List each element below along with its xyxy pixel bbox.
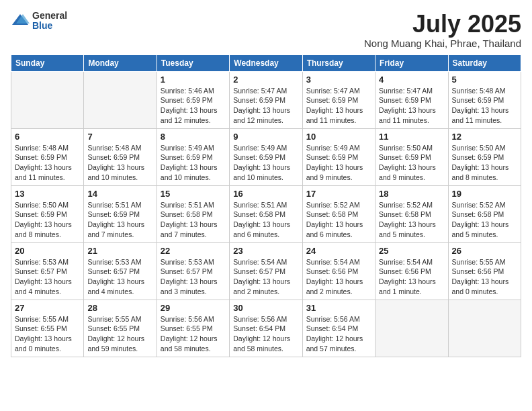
day-number: 20 xyxy=(15,246,80,256)
day-number: 11 xyxy=(379,132,444,142)
calendar-cell: 25Sunrise: 5:54 AM Sunset: 6:56 PM Dayli… xyxy=(375,242,448,300)
calendar-cell: 5Sunrise: 5:48 AM Sunset: 6:59 PM Daylig… xyxy=(448,71,521,128)
day-info: Sunrise: 5:48 AM Sunset: 6:59 PM Dayligh… xyxy=(15,143,80,183)
day-info: Sunrise: 5:55 AM Sunset: 6:55 PM Dayligh… xyxy=(87,314,152,354)
column-header-monday: Monday xyxy=(84,54,157,71)
calendar-cell: 10Sunrise: 5:49 AM Sunset: 6:59 PM Dayli… xyxy=(302,128,375,185)
page-header: General Blue July 2025 Nong Muang Khai, … xyxy=(11,11,521,49)
day-number: 5 xyxy=(452,75,517,85)
day-info: Sunrise: 5:50 AM Sunset: 6:59 PM Dayligh… xyxy=(15,200,80,240)
logo-icon xyxy=(11,11,30,30)
calendar-cell: 17Sunrise: 5:52 AM Sunset: 6:58 PM Dayli… xyxy=(302,185,375,242)
day-number: 28 xyxy=(87,303,152,313)
day-number: 27 xyxy=(15,303,80,313)
day-number: 31 xyxy=(306,303,371,313)
logo: General Blue xyxy=(11,11,67,32)
logo-blue: Blue xyxy=(32,21,67,31)
day-number: 3 xyxy=(306,75,371,85)
day-info: Sunrise: 5:55 AM Sunset: 6:56 PM Dayligh… xyxy=(452,257,517,297)
day-info: Sunrise: 5:48 AM Sunset: 6:59 PM Dayligh… xyxy=(87,143,152,183)
column-header-thursday: Thursday xyxy=(302,54,375,71)
day-number: 13 xyxy=(15,189,80,199)
location: Nong Muang Khai, Phrae, Thailand xyxy=(364,38,521,49)
column-header-sunday: Sunday xyxy=(11,54,84,71)
day-info: Sunrise: 5:49 AM Sunset: 6:59 PM Dayligh… xyxy=(161,143,226,183)
day-number: 10 xyxy=(306,132,371,142)
day-number: 18 xyxy=(379,189,444,199)
calendar-cell: 28Sunrise: 5:55 AM Sunset: 6:55 PM Dayli… xyxy=(84,300,157,357)
day-number: 12 xyxy=(452,132,517,142)
day-info: Sunrise: 5:51 AM Sunset: 6:58 PM Dayligh… xyxy=(233,200,298,240)
day-info: Sunrise: 5:51 AM Sunset: 6:58 PM Dayligh… xyxy=(161,200,226,240)
calendar-cell: 6Sunrise: 5:48 AM Sunset: 6:59 PM Daylig… xyxy=(11,128,84,185)
calendar-cell: 8Sunrise: 5:49 AM Sunset: 6:59 PM Daylig… xyxy=(157,128,229,185)
day-number: 2 xyxy=(233,75,298,85)
day-info: Sunrise: 5:50 AM Sunset: 6:59 PM Dayligh… xyxy=(379,143,444,183)
day-number: 24 xyxy=(306,246,371,256)
calendar-cell: 23Sunrise: 5:54 AM Sunset: 6:57 PM Dayli… xyxy=(230,242,302,300)
day-number: 4 xyxy=(379,75,444,85)
day-number: 1 xyxy=(161,75,226,85)
column-header-saturday: Saturday xyxy=(448,54,521,71)
calendar-cell: 26Sunrise: 5:55 AM Sunset: 6:56 PM Dayli… xyxy=(448,242,521,300)
column-header-tuesday: Tuesday xyxy=(157,54,229,71)
day-info: Sunrise: 5:49 AM Sunset: 6:59 PM Dayligh… xyxy=(233,143,298,183)
column-header-friday: Friday xyxy=(375,54,448,71)
calendar-cell: 31Sunrise: 5:56 AM Sunset: 6:54 PM Dayli… xyxy=(302,300,375,357)
calendar-cell: 18Sunrise: 5:52 AM Sunset: 6:58 PM Dayli… xyxy=(375,185,448,242)
day-info: Sunrise: 5:54 AM Sunset: 6:56 PM Dayligh… xyxy=(306,257,371,297)
column-header-wednesday: Wednesday xyxy=(230,54,302,71)
calendar-cell: 30Sunrise: 5:56 AM Sunset: 6:54 PM Dayli… xyxy=(230,300,302,357)
calendar-cell: 13Sunrise: 5:50 AM Sunset: 6:59 PM Dayli… xyxy=(11,185,84,242)
day-number: 19 xyxy=(452,189,517,199)
calendar-cell xyxy=(84,71,157,128)
calendar-header-row: SundayMondayTuesdayWednesdayThursdayFrid… xyxy=(11,54,521,71)
week-row-2: 6Sunrise: 5:48 AM Sunset: 6:59 PM Daylig… xyxy=(11,128,521,185)
day-number: 23 xyxy=(233,246,298,256)
calendar-cell: 22Sunrise: 5:53 AM Sunset: 6:57 PM Dayli… xyxy=(157,242,229,300)
day-info: Sunrise: 5:53 AM Sunset: 6:57 PM Dayligh… xyxy=(161,257,226,297)
day-number: 14 xyxy=(87,189,152,199)
calendar-cell: 3Sunrise: 5:47 AM Sunset: 6:59 PM Daylig… xyxy=(302,71,375,128)
day-info: Sunrise: 5:47 AM Sunset: 6:59 PM Dayligh… xyxy=(306,86,371,126)
day-info: Sunrise: 5:52 AM Sunset: 6:58 PM Dayligh… xyxy=(306,200,371,240)
day-info: Sunrise: 5:53 AM Sunset: 6:57 PM Dayligh… xyxy=(87,257,152,297)
day-info: Sunrise: 5:52 AM Sunset: 6:58 PM Dayligh… xyxy=(379,200,444,240)
month-title: July 2025 xyxy=(364,11,521,38)
calendar-cell xyxy=(375,300,448,357)
day-number: 21 xyxy=(87,246,152,256)
calendar-cell: 27Sunrise: 5:55 AM Sunset: 6:55 PM Dayli… xyxy=(11,300,84,357)
day-number: 7 xyxy=(87,132,152,142)
logo-text: General Blue xyxy=(32,11,67,32)
calendar-cell: 2Sunrise: 5:47 AM Sunset: 6:59 PM Daylig… xyxy=(230,71,302,128)
calendar-cell xyxy=(11,71,84,128)
calendar-cell: 19Sunrise: 5:52 AM Sunset: 6:58 PM Dayli… xyxy=(448,185,521,242)
day-number: 15 xyxy=(161,189,226,199)
day-info: Sunrise: 5:46 AM Sunset: 6:59 PM Dayligh… xyxy=(161,86,226,126)
day-number: 9 xyxy=(233,132,298,142)
day-number: 22 xyxy=(161,246,226,256)
week-row-1: 1Sunrise: 5:46 AM Sunset: 6:59 PM Daylig… xyxy=(11,71,521,128)
calendar-cell: 4Sunrise: 5:47 AM Sunset: 6:59 PM Daylig… xyxy=(375,71,448,128)
day-number: 17 xyxy=(306,189,371,199)
day-number: 30 xyxy=(233,303,298,313)
day-info: Sunrise: 5:56 AM Sunset: 6:54 PM Dayligh… xyxy=(306,314,371,354)
calendar-cell: 29Sunrise: 5:56 AM Sunset: 6:55 PM Dayli… xyxy=(157,300,229,357)
calendar-cell: 16Sunrise: 5:51 AM Sunset: 6:58 PM Dayli… xyxy=(230,185,302,242)
day-info: Sunrise: 5:51 AM Sunset: 6:59 PM Dayligh… xyxy=(87,200,152,240)
day-number: 16 xyxy=(233,189,298,199)
week-row-4: 20Sunrise: 5:53 AM Sunset: 6:57 PM Dayli… xyxy=(11,242,521,300)
day-number: 26 xyxy=(452,246,517,256)
week-row-5: 27Sunrise: 5:55 AM Sunset: 6:55 PM Dayli… xyxy=(11,300,521,357)
day-info: Sunrise: 5:54 AM Sunset: 6:57 PM Dayligh… xyxy=(233,257,298,297)
calendar-cell: 11Sunrise: 5:50 AM Sunset: 6:59 PM Dayli… xyxy=(375,128,448,185)
day-info: Sunrise: 5:55 AM Sunset: 6:55 PM Dayligh… xyxy=(15,314,80,354)
day-info: Sunrise: 5:48 AM Sunset: 6:59 PM Dayligh… xyxy=(452,86,517,126)
day-info: Sunrise: 5:54 AM Sunset: 6:56 PM Dayligh… xyxy=(379,257,444,297)
calendar-cell: 21Sunrise: 5:53 AM Sunset: 6:57 PM Dayli… xyxy=(84,242,157,300)
day-info: Sunrise: 5:52 AM Sunset: 6:58 PM Dayligh… xyxy=(452,200,517,240)
calendar-cell: 12Sunrise: 5:50 AM Sunset: 6:59 PM Dayli… xyxy=(448,128,521,185)
day-number: 25 xyxy=(379,246,444,256)
calendar-table: SundayMondayTuesdayWednesdayThursdayFrid… xyxy=(11,54,521,357)
calendar-cell: 20Sunrise: 5:53 AM Sunset: 6:57 PM Dayli… xyxy=(11,242,84,300)
